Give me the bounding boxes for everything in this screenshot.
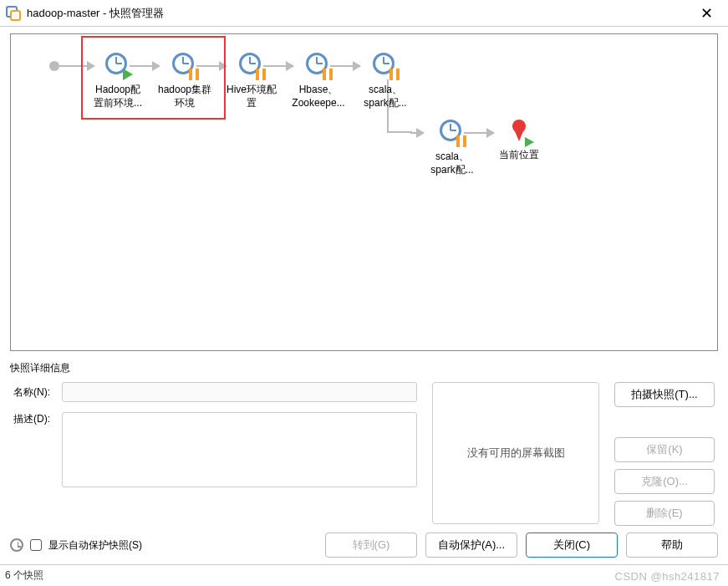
snapshot-clock-icon xyxy=(440,120,465,145)
snapshot-details: 快照详细信息 名称(N): 描述(D): 没有可用的屏幕截图 拍摄快照(T)..… xyxy=(10,358,718,526)
take-snapshot-button[interactable]: 拍摄快照(T)... xyxy=(614,382,715,407)
snapshot-label: 置 xyxy=(218,96,285,110)
snapshot-label: spark配... xyxy=(419,163,486,176)
name-label: 名称(N): xyxy=(13,385,57,400)
location-pin-icon xyxy=(507,120,532,145)
snapshot-node[interactable]: scala、 spark配... xyxy=(419,120,486,177)
snapshot-label: 环境 xyxy=(151,96,218,110)
autoprotect-checkbox-label[interactable]: 显示自动保护快照(S) xyxy=(48,538,142,553)
snapshot-label: spark配... xyxy=(352,96,419,110)
snapshot-label: scala、 xyxy=(419,150,486,163)
description-label: 描述(D): xyxy=(13,412,57,426)
svg-rect-1 xyxy=(11,11,20,20)
snapshot-clock-icon xyxy=(306,53,331,78)
titlebar: hadoop-master - 快照管理器 ✕ xyxy=(0,0,728,27)
snapshot-clock-icon xyxy=(105,53,130,78)
snapshot-label: 置前环境... xyxy=(84,96,151,110)
snapshot-count: 6 个快照 xyxy=(5,568,43,583)
screenshot-thumbnail: 没有可用的屏幕截图 xyxy=(432,382,599,524)
snapshot-clock-icon xyxy=(373,53,398,78)
details-header: 快照详细信息 xyxy=(10,361,718,375)
snapshot-label: 当前位置 xyxy=(486,148,552,161)
no-screenshot-text: 没有可用的屏幕截图 xyxy=(467,446,565,461)
snapshot-label: scala、 xyxy=(352,83,419,96)
watermark: CSDN @hsh241817 xyxy=(615,570,720,583)
snapshot-node[interactable]: Hive环境配 置 xyxy=(218,53,285,110)
snapshot-node[interactable]: scala、 spark配... xyxy=(352,53,419,110)
close-button[interactable]: 关闭(C) xyxy=(526,532,618,558)
autoprotect-button[interactable]: 自动保护(A)... xyxy=(425,532,517,558)
name-field[interactable] xyxy=(62,382,417,402)
goto-button[interactable]: 转到(G) xyxy=(325,532,417,558)
snapshot-label: Zookeepe... xyxy=(285,96,352,110)
description-field[interactable] xyxy=(62,412,417,487)
snapshot-label: hadoop集群 xyxy=(151,83,218,96)
snapshot-clock-icon xyxy=(172,53,197,78)
snapshot-label: Hadoop配 xyxy=(84,83,151,96)
app-icon xyxy=(5,5,22,22)
help-button[interactable]: 帮助 xyxy=(626,532,718,558)
snapshot-node[interactable]: hadoop集群 环境 xyxy=(151,53,218,110)
delete-button[interactable]: 删除(E) xyxy=(614,501,715,526)
keep-button[interactable]: 保留(K) xyxy=(614,437,715,462)
snapshot-node[interactable]: Hadoop配 置前环境... xyxy=(84,53,151,110)
tree-root-dot xyxy=(49,61,59,71)
bottom-toolbar: 显示自动保护快照(S) 转到(G) 自动保护(A)... 关闭(C) 帮助 xyxy=(10,532,718,558)
close-icon[interactable]: ✕ xyxy=(692,3,721,24)
snapshot-node[interactable]: Hbase、 Zookeepe... xyxy=(285,53,352,110)
window-title: hadoop-master - 快照管理器 xyxy=(27,6,164,21)
snapshot-label: Hbase、 xyxy=(285,83,352,96)
snapshot-clock-icon xyxy=(239,53,264,78)
clone-button[interactable]: 克隆(O)... xyxy=(614,469,715,494)
clock-icon xyxy=(10,538,23,552)
snapshot-tree[interactable]: Hadoop配 置前环境... hadoop集群 环境 Hive环境配 置 Hb… xyxy=(10,33,718,351)
snapshot-label: Hive环境配 xyxy=(218,83,285,96)
autoprotect-checkbox[interactable] xyxy=(30,539,42,551)
current-location-node[interactable]: 当前位置 xyxy=(486,120,552,161)
